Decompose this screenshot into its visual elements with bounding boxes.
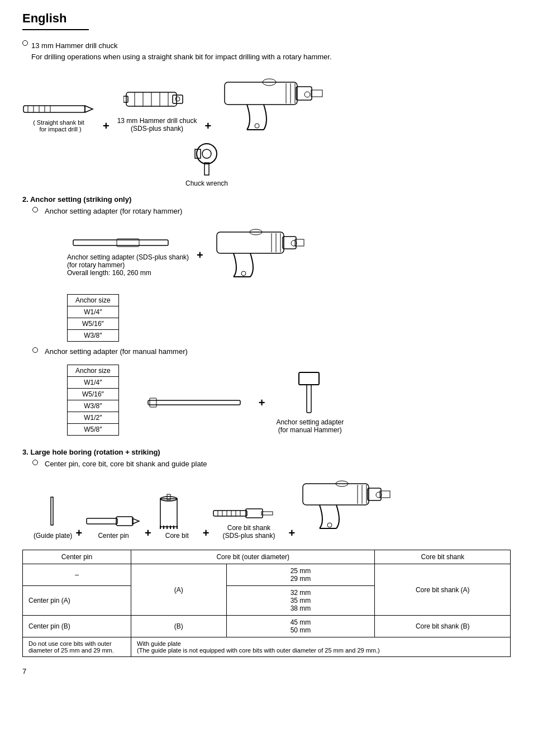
- section3: 3. Large hole boring (rotation + strikin…: [22, 448, 511, 540]
- anchor-size-2-4: W1/2″: [68, 412, 119, 424]
- svg-marker-6: [85, 106, 93, 112]
- anchor-adapter-row: Anchor setting adapter (SDS-plus shank) …: [67, 221, 511, 290]
- intro-section: 13 mm Hammer drill chuck For drilling op…: [22, 40, 511, 62]
- page-title: English: [22, 11, 66, 26]
- anchor-size-2-3: W3/8″: [68, 400, 119, 412]
- anchor-size-1-1: W1/4″: [68, 306, 119, 318]
- svg-rect-42: [148, 400, 240, 405]
- section3-bullet1: Center pin, core bit, core bit shank and…: [32, 460, 511, 468]
- core-bit-svg: [155, 493, 199, 530]
- manual-adapter-item: [147, 395, 248, 410]
- page-header: English: [22, 11, 89, 30]
- svg-point-77: [327, 523, 332, 527]
- core-bit-shank-item: Core bit shank(SDS-plus shank): [212, 505, 285, 540]
- circle-bullet-3: [32, 347, 38, 353]
- bottom-table: Center pin Core bit (outer diameter) Cor…: [22, 550, 511, 657]
- row4-col1: Do not use core bits with outer diameter…: [23, 637, 131, 657]
- table-row-3: Center pin (B) (B) 45 mm50 mm Core bit s…: [23, 616, 511, 637]
- section2-title: 2. Anchor setting (striking only): [22, 195, 511, 204]
- row1-col3: 25 mm29 mm: [226, 564, 375, 586]
- guide-plate-label: (Guide plate): [34, 532, 72, 540]
- core-bit-shank-svg: [212, 505, 285, 522]
- anchor-table2-header: Anchor size: [68, 365, 119, 377]
- manual-table-section: Anchor size W1/4″ W5/16″ W3/8″ W1/2″ W5/…: [22, 360, 119, 440]
- section2: 2. Anchor setting (striking only) Anchor…: [22, 195, 511, 440]
- center-pin-item: Center pin: [85, 513, 141, 540]
- anchor-table1-header: Anchor size: [68, 295, 119, 306]
- anchor-adapter-label: Anchor setting adapter (SDS-plus shank) …: [67, 253, 189, 277]
- svg-point-27: [202, 149, 211, 158]
- col-header-1: Center pin: [23, 550, 131, 564]
- svg-rect-68: [303, 484, 369, 505]
- rotary-drill-2-svg: [211, 221, 312, 288]
- drill-3: [298, 474, 396, 540]
- manual-adapter-diagram: + Anchor setting adapter(for manual Hamm…: [147, 371, 344, 434]
- chuck-item: 13 mm Hammer drill chuck(SDS-plus shank): [117, 84, 197, 133]
- svg-marker-49: [132, 518, 139, 524]
- svg-rect-32: [217, 232, 284, 253]
- row3-col3: 45 mm50 mm: [226, 616, 375, 637]
- bullet-icon: [22, 40, 28, 46]
- plus-b3: +: [203, 527, 210, 540]
- anchor-size-2-1: W1/4″: [68, 377, 119, 389]
- manual-adapter-row: Anchor size W1/4″ W5/16″ W3/8″ W1/2″ W5/…: [22, 360, 511, 440]
- diagram-row-1: ( Straight shank bit for impact drill ) …: [22, 71, 511, 133]
- drill-svg: [219, 71, 331, 133]
- row1-col1: –: [23, 564, 131, 586]
- svg-rect-44: [299, 372, 319, 385]
- chuck-label: 13 mm Hammer drill chuck(SDS-plus shank): [117, 117, 197, 133]
- svg-point-25: [255, 124, 259, 128]
- manual-hammer-svg: [293, 371, 327, 416]
- section2-bullet1: Anchor setting adapter (for rotary hamme…: [32, 207, 511, 215]
- svg-point-26: [197, 144, 217, 164]
- svg-rect-47: [87, 518, 117, 524]
- svg-rect-20: [296, 87, 312, 100]
- svg-point-41: [241, 271, 246, 276]
- row3-col1: Center pin (B): [23, 616, 131, 637]
- svg-rect-45: [307, 385, 311, 413]
- svg-rect-21: [311, 90, 322, 97]
- shank-bit-label: ( Straight shank bit for impact drill ): [33, 119, 84, 133]
- boring-diagram-row: (Guide plate) + Center pin +: [34, 474, 511, 540]
- bullet1-desc: For drilling operations when using a str…: [31, 53, 332, 61]
- anchor-adapter-svg: [72, 234, 184, 251]
- svg-rect-43: [150, 398, 156, 407]
- plus-1: +: [103, 120, 110, 133]
- anchor-size-1-3: W3/8″: [68, 330, 119, 342]
- drill-3-svg: [298, 474, 396, 538]
- core-bit-item: Core bit: [155, 493, 199, 540]
- core-bit-shank-label: Core bit shank(SDS-plus shank): [222, 524, 275, 540]
- svg-rect-36: [283, 237, 296, 249]
- row4-col2: With guide plate (The guide plate is not…: [131, 637, 511, 657]
- col-header-3: Core bit shank: [375, 550, 511, 564]
- svg-rect-48: [116, 517, 133, 526]
- plus-manual: +: [259, 396, 265, 409]
- plus-anchor: +: [197, 249, 203, 262]
- anchor-table-2: Anchor size W1/4″ W5/16″ W3/8″ W1/2″ W5/…: [67, 365, 119, 436]
- table-row-4: Do not use core bits with outer diameter…: [23, 637, 511, 657]
- svg-rect-72: [368, 488, 381, 500]
- chuck-svg: [123, 84, 191, 115]
- rotary-hammer-2: [211, 221, 312, 290]
- svg-rect-0: [23, 106, 85, 112]
- plus-b2: +: [145, 527, 151, 540]
- row2-col3: 32 mm35 mm38 mm: [226, 586, 375, 616]
- table-row-1: – (A) 25 mm29 mm Core bit shank (A): [23, 564, 511, 586]
- row1-col4: Core bit shank (A): [375, 564, 511, 616]
- chuck-wrench-svg: [187, 138, 226, 177]
- svg-rect-46: [51, 497, 53, 525]
- core-bit-label: Core bit: [165, 532, 189, 540]
- manual-adapter-svg: [147, 395, 248, 410]
- svg-rect-29: [195, 149, 201, 158]
- section2-bullet2: Anchor setting adapter (for manual hamme…: [32, 347, 511, 356]
- center-pin-label: Center pin: [98, 532, 129, 540]
- anchor-size-1-2: W5/16″: [68, 318, 119, 330]
- circle-bullet-4: [32, 460, 38, 465]
- plus-b4: +: [288, 527, 295, 540]
- anchor-adapter-item: Anchor setting adapter (SDS-plus shank) …: [67, 234, 189, 277]
- manual-hammer-item: Anchor setting adapter(for manual Hammer…: [276, 371, 344, 434]
- svg-rect-50: [160, 499, 177, 527]
- row1-col2: (A): [131, 564, 227, 616]
- svg-point-24: [304, 92, 310, 97]
- svg-rect-66: [246, 509, 263, 518]
